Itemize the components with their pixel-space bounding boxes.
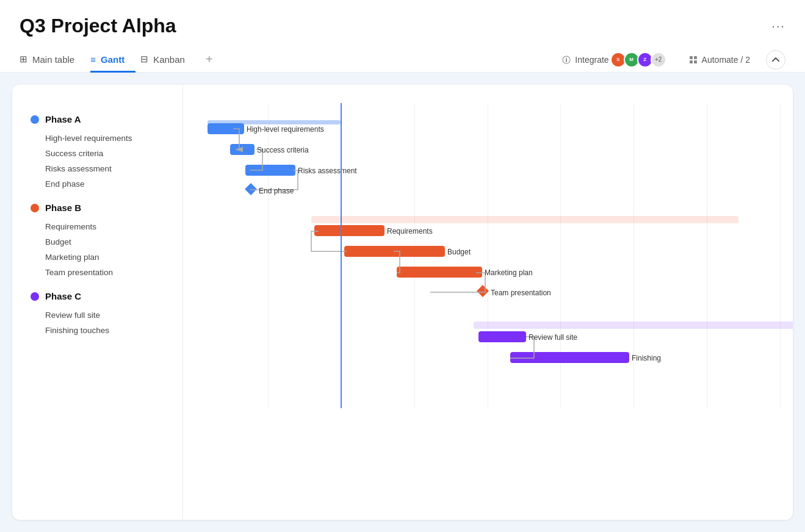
phase-c-label: Phase C [45,291,81,301]
bar-marketing-plan[interactable] [397,267,482,278]
add-view-button[interactable]: + [201,48,218,71]
grid-col-7 [634,103,707,408]
bar-finishing-touches[interactable] [510,352,629,363]
kanban-icon: ⊟ [140,54,148,65]
gantt-icon: ≡ [90,54,96,65]
header-top: Q3 Project Alpha ··· [20,15,785,47]
label-finishing-touches: Finishing [632,354,661,362]
bar-review-full-site[interactable] [478,331,526,342]
task-requirements[interactable]: Requirements [31,219,170,234]
task-budget[interactable]: Budget [31,234,170,250]
svg-rect-2 [690,60,693,63]
tab-gantt[interactable]: ≡ Gantt [90,48,135,73]
integrate-label: Integrate [575,55,608,65]
gantt-container: Phase A High-level requirements Success … [12,85,793,520]
phase-a-header: Phase A [31,114,170,124]
automate-icon [688,55,698,65]
label-high-level-req: High-level requirements [247,125,324,134]
app-container: Q3 Project Alpha ··· ⊞ Main table ≡ Gant… [0,0,805,532]
today-line [341,103,342,408]
label-review-full-site: Review full site [529,333,577,342]
task-marketing-plan[interactable]: Marketing plan [31,250,170,265]
main-content: Phase A High-level requirements Success … [0,73,805,532]
bar-budget[interactable] [344,246,445,257]
label-end-phase-a: End phase [259,187,294,195]
phase-c-header: Phase C [31,291,170,301]
phase-b-summary-bar [311,216,738,223]
bar-success-criteria[interactable] [230,144,254,155]
svg-rect-1 [694,56,697,59]
tab-main-table[interactable]: ⊞ Main table [20,48,85,73]
label-requirements: Requirements [387,227,433,235]
svg-rect-3 [694,60,697,63]
phase-a-dot [31,115,39,124]
chevron-up-icon [772,56,779,63]
phase-a-label: Phase A [45,114,81,124]
grid-col-8 [707,103,781,408]
bar-high-level-req[interactable] [208,123,244,134]
task-finishing-touches[interactable]: Finishing touches [31,323,170,338]
bar-requirements[interactable] [314,225,384,236]
more-options-button[interactable]: ··· [771,19,785,33]
task-list: Phase A High-level requirements Success … [12,85,183,520]
task-team-presentation[interactable]: Team presentation [31,265,170,280]
task-high-level-req[interactable]: High-level requirements [31,131,170,146]
table-icon: ⊞ [20,54,27,65]
phase-b-dot [31,204,39,212]
integrate-icon [561,55,571,65]
project-title: Q3 Project Alpha [20,15,176,37]
bar-risks-assessment[interactable] [245,165,295,176]
label-budget: Budget [447,248,471,256]
avatar-count: +2 [651,52,666,68]
task-risks-assessment[interactable]: Risks assessment [31,161,170,176]
phase-b-header: Phase B [31,203,170,213]
phase-b-label: Phase B [45,203,81,213]
header: Q3 Project Alpha ··· ⊞ Main table ≡ Gant… [0,0,805,73]
label-marketing-plan: Marketing plan [485,268,533,277]
label-team-presentation: Team presentation [491,289,551,297]
label-risks-assessment: Risks assessment [298,167,357,175]
gantt-chart: High-level requirements Success criteria… [183,85,793,520]
task-end-phase-a[interactable]: End phase [31,176,170,192]
collapse-button[interactable] [766,50,785,70]
phase-c-dot [31,292,39,301]
gantt-inner: High-level requirements Success criteria… [195,103,781,408]
tab-kanban[interactable]: ⊟ Kanban [140,48,196,73]
phase-c-summary-bar [474,322,793,329]
app-avatars: S M Z +2 [613,52,666,68]
task-success-criteria[interactable]: Success criteria [31,146,170,161]
automate-label: Automate / 2 [702,55,750,65]
integrate-button[interactable]: Integrate S M Z +2 [555,48,672,71]
tab-bar: ⊞ Main table ≡ Gantt ⊟ Kanban + Inte [20,47,785,72]
right-controls: Integrate S M Z +2 Automate [555,48,785,71]
label-success-criteria: Success criteria [257,146,309,154]
task-review-full-site[interactable]: Review full site [31,307,170,323]
svg-rect-0 [690,56,693,59]
automate-button[interactable]: Automate / 2 [682,51,756,68]
